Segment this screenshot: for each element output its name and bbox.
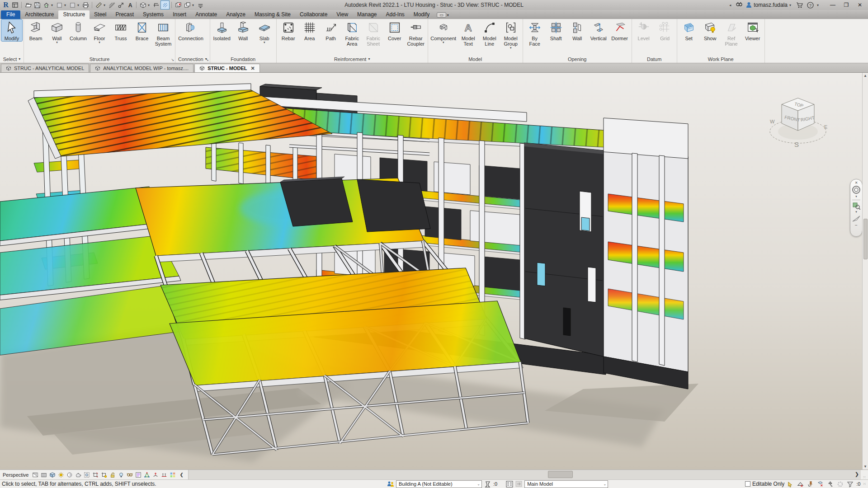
text-icon[interactable]: A: [126, 1, 134, 9]
dialog-launcher-icon[interactable]: ↘: [206, 58, 209, 62]
window-menu-icon[interactable]: [11, 1, 19, 9]
redo-icon[interactable]: [68, 1, 76, 9]
steering-wheel-icon[interactable]: [851, 185, 861, 194]
open-icon[interactable]: [24, 1, 32, 9]
panel-label-connection[interactable]: Connection ▾↘: [175, 55, 210, 63]
worksharing-display-icon[interactable]: [169, 471, 176, 479]
undo-icon[interactable]: [55, 1, 63, 9]
help-caret-icon[interactable]: ▾: [817, 3, 820, 7]
render-region-icon[interactable]: [83, 471, 90, 479]
thin-lines-icon[interactable]: [161, 1, 169, 9]
wall-button[interactable]: Wall: [233, 19, 254, 41]
selection-filter-icon[interactable]: [846, 480, 854, 488]
panel-label-model[interactable]: Model: [428, 55, 523, 63]
print-icon[interactable]: [81, 1, 90, 9]
add-to-set-icon[interactable]: [515, 480, 523, 488]
brace-button[interactable]: Brace: [132, 19, 152, 41]
caret-down-icon[interactable]: ▾: [148, 3, 151, 7]
restore-button[interactable]: ❐: [840, 1, 853, 9]
scroll-right-icon[interactable]: ❯: [855, 471, 859, 477]
model-3d-view[interactable]: [0, 73, 868, 469]
component-button[interactable]: Component▾: [429, 19, 458, 44]
view-scale-label[interactable]: Perspective: [3, 472, 28, 478]
store-cart-icon[interactable]: [795, 1, 803, 9]
zoom-region-icon[interactable]: [851, 202, 861, 210]
temporary-view-properties-icon[interactable]: [135, 471, 142, 479]
show-crop-icon[interactable]: [100, 471, 108, 479]
minimize-button[interactable]: —: [826, 1, 839, 9]
ribbon-tab-file[interactable]: File: [1, 10, 20, 19]
dialog-launcher-icon[interactable]: ↘: [171, 58, 174, 62]
select-underlay-icon[interactable]: [797, 480, 804, 488]
unlocked-view-icon[interactable]: [109, 471, 116, 479]
modify-button[interactable]: Modify: [1, 19, 22, 41]
reveal-constraints-icon[interactable]: [160, 471, 168, 479]
ribbon-tab-collaborate[interactable]: Collaborate: [295, 10, 332, 19]
model-text-button[interactable]: AModel Text: [458, 19, 479, 47]
ribbon-tab-steel[interactable]: Steel: [90, 10, 111, 19]
vertical-scrollbar[interactable]: ▲ ▼: [862, 73, 868, 469]
caret-down-icon[interactable]: ▾: [64, 3, 67, 7]
qat-collapse-icon[interactable]: ◂: [729, 3, 732, 7]
set-button[interactable]: Set: [679, 19, 699, 41]
aligned-dimension-icon[interactable]: [108, 1, 116, 9]
modify-state-icon[interactable]: ▭: [437, 12, 446, 18]
select-links-icon[interactable]: [787, 480, 794, 488]
connection-button[interactable]: Connection: [177, 19, 205, 41]
show-button[interactable]: Show: [700, 19, 721, 41]
view-scale-icon[interactable]: [32, 471, 39, 479]
path-button[interactable]: Path: [321, 19, 341, 41]
caret-down-icon[interactable]: ▾: [851, 210, 861, 214]
ribbon-tab-architecture[interactable]: Architecture: [20, 10, 58, 19]
pan-icon[interactable]: [851, 214, 861, 222]
cover-button[interactable]: Cover: [384, 19, 405, 41]
caret-down-icon[interactable]: ▾: [77, 3, 80, 7]
floor-button[interactable]: Floor▾: [89, 19, 110, 44]
model-group-button[interactable]: Model Group▾: [500, 19, 521, 49]
active-workset-select[interactable]: Building A (Not Editable)⌄: [396, 480, 482, 488]
panel-label-opening[interactable]: Opening: [523, 55, 632, 63]
qat-customize-icon[interactable]: [196, 1, 204, 9]
shadows-icon[interactable]: [66, 471, 73, 479]
ribbon-tab-view[interactable]: View: [332, 10, 353, 19]
revit-logo-icon[interactable]: R: [2, 1, 10, 9]
truss-button[interactable]: Truss: [110, 19, 131, 41]
ribbon-tab-structure[interactable]: Structure: [58, 10, 90, 19]
reveal-hidden-icon[interactable]: [126, 471, 133, 479]
scroll-down-icon[interactable]: ▼: [863, 464, 867, 469]
area-button[interactable]: Area: [299, 19, 320, 41]
help-icon[interactable]: ?: [806, 1, 814, 9]
close-button[interactable]: ✕: [854, 1, 866, 9]
wall-button[interactable]: Wall: [567, 19, 588, 41]
detail-level-icon[interactable]: [40, 471, 47, 479]
design-options-icon[interactable]: [505, 480, 513, 488]
caret-down-icon[interactable]: ▾: [104, 3, 107, 7]
editing-requests-icon[interactable]: [484, 480, 491, 488]
visual-style-icon[interactable]: [49, 471, 56, 479]
panel-label-datum[interactable]: Datum: [632, 55, 677, 63]
view-cube[interactable]: WE S TOP FRONT RIGHT: [766, 92, 830, 150]
worksets-icon[interactable]: [387, 480, 394, 488]
view-tab-struc-analytical-model[interactable]: STRUC - ANALYTICAL MODEL: [1, 64, 89, 72]
section-icon[interactable]: [152, 1, 160, 9]
default-3d-view-icon[interactable]: [139, 1, 147, 9]
dormer-button[interactable]: Dormer: [609, 19, 630, 41]
search-icon[interactable]: [735, 1, 743, 9]
ribbon-tab-systems[interactable]: Systems: [138, 10, 168, 19]
design-option-select[interactable]: Main Model⌄: [524, 480, 608, 488]
view-tab-analytical-model-wip-tomasz-[interactable]: ANALYTICAL MODEL WIP - tomasz....: [90, 64, 193, 72]
vertical-scroll-thumb[interactable]: [863, 219, 868, 259]
sync-icon[interactable]: [42, 1, 50, 9]
tag-icon[interactable]: [117, 1, 125, 9]
caret-down-icon[interactable]: ▾: [192, 3, 195, 7]
drawing-area[interactable]: WE S TOP FRONT RIGHT ✕ ▾: [0, 73, 868, 469]
caret-down-icon[interactable]: ▾: [851, 195, 861, 198]
beam-system-button[interactable]: Beam System: [153, 19, 174, 47]
by-face-button[interactable]: By Face: [524, 19, 545, 47]
model-line-button[interactable]: Model Line: [479, 19, 500, 47]
ribbon-tab-analyze[interactable]: Analyze: [222, 10, 250, 19]
render-icon[interactable]: [75, 471, 82, 479]
horizontal-scroll-thumb[interactable]: [548, 471, 573, 478]
sun-path-icon[interactable]: [57, 471, 65, 479]
wall-button[interactable]: Wall▾: [47, 19, 67, 44]
